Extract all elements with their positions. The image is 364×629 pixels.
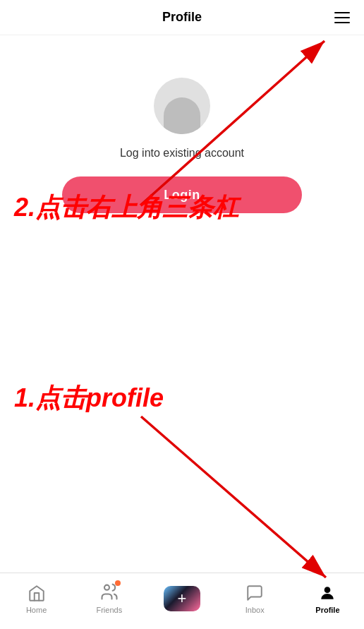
nav-label-profile: Profile [315,606,339,614]
avatar [154,78,210,134]
nav-label-home: Home [26,606,47,614]
profile-icon [317,583,337,603]
main-content: Log into existing account Login [0,35,364,213]
friends-icon [99,583,119,603]
nav-item-inbox[interactable]: Inbox [219,583,291,614]
nav-label-friends: Friends [96,606,122,614]
plus-icon: + [178,591,187,606]
nav-item-home[interactable]: Home [0,583,73,614]
svg-point-5 [324,587,331,593]
login-text: Log into existing account [120,147,244,160]
home-icon [27,583,47,603]
bottom-nav: Home Friends + Inb [0,573,364,629]
friends-notification-dot [115,580,121,586]
nav-item-profile[interactable]: Profile [291,583,364,614]
inbox-icon [245,583,265,603]
svg-point-4 [104,585,109,589]
add-button[interactable]: + [164,586,200,611]
avatar-person-shape [164,97,200,134]
page-title: Profile [162,10,202,25]
header: Profile [0,0,364,35]
menu-button[interactable] [332,9,353,26]
nav-item-add[interactable]: + [145,586,218,611]
annotation-step1: 1.点击profile [14,381,164,416]
hamburger-line-1 [334,12,350,13]
nav-item-friends[interactable]: Friends [73,583,145,614]
friends-icon-wrap [99,582,119,604]
svg-line-3 [141,417,326,577]
annotation-step2: 2.点击右上角三条杠 [14,191,238,225]
hamburger-line-2 [334,17,350,18]
nav-label-inbox: Inbox [245,606,265,614]
hamburger-line-3 [334,22,350,23]
